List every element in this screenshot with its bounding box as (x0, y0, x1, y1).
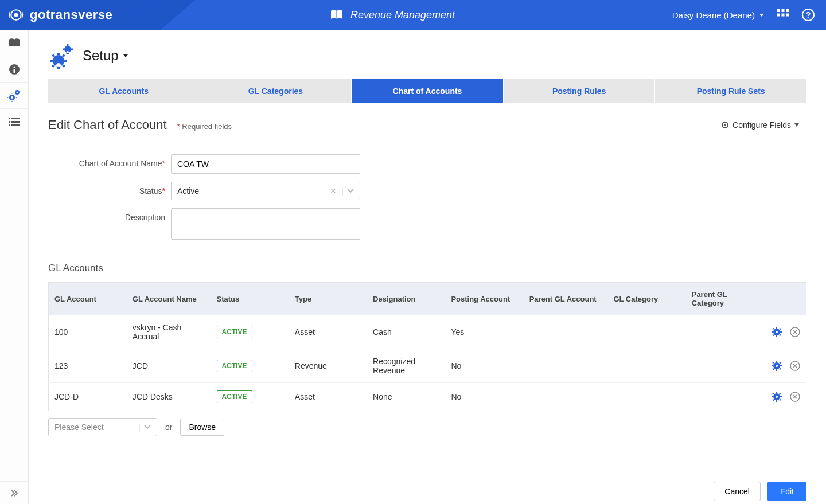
sidebar-collapse-button[interactable] (0, 481, 29, 504)
cell-gl-account: JCD-D (49, 383, 127, 411)
svg-rect-65 (780, 396, 782, 397)
svg-rect-69 (779, 393, 781, 395)
help-icon[interactable]: ? (802, 9, 815, 21)
form-area: Chart of Account Name* Status* Active ✕ … (48, 154, 806, 240)
svg-rect-6 (777, 14, 780, 17)
description-textarea[interactable] (171, 208, 360, 240)
row-delete-icon[interactable] (790, 327, 800, 337)
cell-posting: No (445, 383, 523, 411)
apps-icon[interactable] (777, 9, 789, 21)
cell-actions (758, 315, 806, 349)
edit-button[interactable]: Edit (767, 482, 806, 501)
tab-posting-rule-sets[interactable]: Posting Rule Sets (655, 79, 806, 103)
svg-point-12 (14, 66, 15, 68)
cell-type: Asset (289, 383, 367, 411)
svg-rect-56 (779, 368, 781, 370)
gl-accounts-title: GL Accounts (48, 263, 806, 274)
footer-actions: Cancel Edit (48, 471, 806, 504)
page-title[interactable]: Setup (83, 48, 128, 64)
svg-rect-22 (9, 124, 10, 126)
status-badge: ACTIVE (217, 360, 252, 372)
cell-posting: Yes (445, 315, 523, 349)
configure-fields-label: Configure Fields (733, 120, 791, 130)
cell-category (607, 349, 685, 383)
status-badge: ACTIVE (217, 326, 252, 338)
col-status: Status (211, 283, 289, 315)
svg-point-39 (776, 331, 778, 333)
cell-parent-acct (524, 349, 608, 383)
row-delete-icon[interactable] (790, 392, 800, 402)
svg-rect-66 (772, 393, 774, 395)
logo-icon (8, 7, 24, 23)
chevron-down-icon (144, 425, 151, 429)
svg-rect-4 (782, 9, 785, 12)
required-fields-text: Required fields (182, 122, 232, 131)
chevron-down-icon (347, 189, 354, 193)
col-parent-gl-category: Parent GL Category (686, 283, 758, 315)
sidebar-item-setup[interactable] (0, 83, 29, 109)
svg-rect-23 (11, 124, 20, 126)
book-icon (330, 9, 344, 21)
cell-designation: None (367, 383, 445, 411)
coa-name-input[interactable] (171, 154, 360, 174)
row-delete-icon[interactable] (790, 361, 800, 371)
cell-parent-acct (524, 383, 608, 411)
cell-status: ACTIVE (211, 383, 289, 411)
cancel-button[interactable]: Cancel (714, 482, 761, 501)
section-header: Edit Chart of Account * Required fields … (48, 116, 806, 140)
configure-fields-button[interactable]: Configure Fields (714, 116, 806, 134)
or-label: or (165, 423, 172, 432)
form-row-status: Status* Active ✕ | (52, 182, 806, 200)
svg-rect-43 (780, 331, 782, 333)
label-description: Description (52, 208, 171, 222)
sidebar-item-info[interactable] (0, 56, 29, 83)
svg-rect-46 (772, 334, 774, 337)
status-select[interactable]: Active ✕ | (171, 182, 360, 200)
svg-rect-25 (57, 67, 60, 69)
separator: | (138, 423, 144, 432)
cell-type: Asset (289, 315, 367, 349)
label-status: Status* (52, 182, 171, 196)
cell-status: ACTIVE (211, 349, 289, 383)
svg-rect-45 (779, 334, 781, 337)
col-designation: Designation (367, 283, 445, 315)
cell-parent-acct (524, 315, 608, 349)
required-fields-note: * Required fields (177, 122, 232, 131)
svg-rect-64 (772, 396, 773, 397)
cell-type: Revenue (289, 349, 367, 383)
col-actions (758, 283, 806, 315)
svg-rect-54 (780, 365, 782, 366)
svg-rect-20 (9, 121, 10, 123)
gears-icon (48, 42, 75, 69)
svg-rect-3 (777, 9, 780, 12)
user-menu[interactable]: Daisy Deane (Deane) (672, 10, 764, 20)
cell-posting: No (445, 349, 523, 383)
tab-chart-of-accounts[interactable]: Chart of Accounts (352, 79, 504, 103)
svg-rect-34 (63, 49, 64, 50)
svg-rect-55 (772, 362, 774, 364)
sidebar-item-list[interactable] (0, 109, 29, 135)
svg-rect-63 (776, 400, 777, 402)
tab-gl-accounts[interactable]: GL Accounts (48, 79, 200, 103)
row-settings-icon[interactable] (772, 361, 782, 371)
row-settings-icon[interactable] (772, 392, 782, 402)
tabs: GL Accounts GL Categories Chart of Accou… (48, 79, 806, 103)
sidebar-item-ledger[interactable] (0, 30, 29, 56)
svg-rect-58 (779, 362, 781, 364)
header-right: Daisy Deane (Deane) ? (672, 9, 826, 21)
svg-rect-47 (779, 328, 781, 330)
tab-posting-rules[interactable]: Posting Rules (504, 79, 656, 103)
cell-gl-account: 123 (49, 349, 127, 383)
add-gl-select[interactable]: Please Select | (48, 418, 157, 436)
main-layout: Setup GL Accounts GL Categories Chart of… (0, 30, 826, 504)
cell-gl-account-name: vskryn - Cash Accrual (127, 315, 211, 349)
browse-button[interactable]: Browse (180, 419, 224, 436)
row-settings-icon[interactable] (772, 327, 782, 337)
cell-status: ACTIVE (211, 315, 289, 349)
tab-gl-categories[interactable]: GL Categories (200, 79, 352, 103)
table-row: 123JCDACTIVERevenueRecognized RevenueNo (49, 349, 806, 383)
section-title: Edit Chart of Account (48, 118, 167, 132)
clear-icon[interactable]: ✕ (325, 186, 341, 196)
brand-logo[interactable]: gotransverse (8, 7, 112, 23)
caret-down-icon (794, 123, 799, 127)
